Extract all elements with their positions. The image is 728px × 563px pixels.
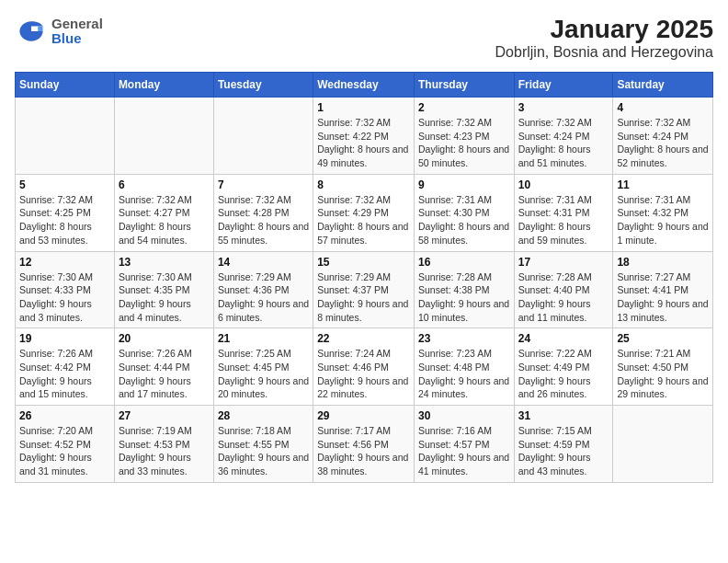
calendar-cell: 24Sunrise: 7:22 AM Sunset: 4:49 PM Dayli… <box>514 328 613 406</box>
calendar-cell <box>114 98 213 175</box>
calendar-cell: 19Sunrise: 7:26 AM Sunset: 4:42 PM Dayli… <box>16 328 115 406</box>
day-number: 23 <box>418 332 510 345</box>
day-number: 26 <box>19 409 110 422</box>
day-number: 21 <box>218 332 309 345</box>
calendar-cell <box>613 406 713 483</box>
calendar-cell: 12Sunrise: 7:30 AM Sunset: 4:33 PM Dayli… <box>16 251 115 328</box>
day-number: 15 <box>317 256 410 269</box>
week-row-5: 26Sunrise: 7:20 AM Sunset: 4:52 PM Dayli… <box>16 406 713 483</box>
day-number: 8 <box>317 178 410 191</box>
week-row-4: 19Sunrise: 7:26 AM Sunset: 4:42 PM Dayli… <box>16 328 713 406</box>
day-number: 27 <box>119 409 210 422</box>
logo-icon <box>15 15 48 48</box>
calendar-cell: 10Sunrise: 7:31 AM Sunset: 4:31 PM Dayli… <box>514 174 613 251</box>
weekday-header-tuesday: Tuesday <box>213 73 313 98</box>
calendar-cell: 15Sunrise: 7:29 AM Sunset: 4:37 PM Dayli… <box>313 251 415 328</box>
calendar-cell: 5Sunrise: 7:32 AM Sunset: 4:25 PM Daylig… <box>16 174 115 251</box>
day-number: 13 <box>119 256 210 269</box>
calendar-cell: 8Sunrise: 7:32 AM Sunset: 4:29 PM Daylig… <box>313 174 415 251</box>
day-info: Sunrise: 7:31 AM Sunset: 4:30 PM Dayligh… <box>418 193 510 247</box>
weekday-header-sunday: Sunday <box>16 73 115 98</box>
day-info: Sunrise: 7:26 AM Sunset: 4:42 PM Dayligh… <box>19 347 110 401</box>
day-number: 22 <box>317 332 410 345</box>
day-number: 2 <box>418 101 510 114</box>
calendar-cell: 21Sunrise: 7:25 AM Sunset: 4:45 PM Dayli… <box>213 328 313 406</box>
day-number: 28 <box>218 409 309 422</box>
day-info: Sunrise: 7:27 AM Sunset: 4:41 PM Dayligh… <box>617 270 709 325</box>
calendar-cell: 30Sunrise: 7:16 AM Sunset: 4:57 PM Dayli… <box>414 406 514 483</box>
day-number: 16 <box>418 256 510 269</box>
calendar-cell: 1Sunrise: 7:32 AM Sunset: 4:22 PM Daylig… <box>313 98 415 175</box>
weekday-header-saturday: Saturday <box>613 73 713 98</box>
day-info: Sunrise: 7:29 AM Sunset: 4:36 PM Dayligh… <box>218 270 309 325</box>
calendar-cell: 4Sunrise: 7:32 AM Sunset: 4:24 PM Daylig… <box>613 98 713 175</box>
day-number: 25 <box>617 332 709 345</box>
weekday-header-wednesday: Wednesday <box>313 73 415 98</box>
day-info: Sunrise: 7:28 AM Sunset: 4:40 PM Dayligh… <box>518 270 609 325</box>
calendar-cell: 18Sunrise: 7:27 AM Sunset: 4:41 PM Dayli… <box>613 251 713 328</box>
day-number: 14 <box>218 256 309 269</box>
day-info: Sunrise: 7:31 AM Sunset: 4:31 PM Dayligh… <box>518 193 609 247</box>
calendar-cell: 22Sunrise: 7:24 AM Sunset: 4:46 PM Dayli… <box>313 328 415 406</box>
day-info: Sunrise: 7:30 AM Sunset: 4:33 PM Dayligh… <box>19 270 110 325</box>
day-info: Sunrise: 7:29 AM Sunset: 4:37 PM Dayligh… <box>317 270 410 325</box>
calendar-cell: 16Sunrise: 7:28 AM Sunset: 4:38 PM Dayli… <box>414 251 514 328</box>
day-info: Sunrise: 7:19 AM Sunset: 4:53 PM Dayligh… <box>119 424 210 478</box>
day-info: Sunrise: 7:23 AM Sunset: 4:48 PM Dayligh… <box>418 347 510 401</box>
day-number: 17 <box>518 256 609 269</box>
calendar-cell: 13Sunrise: 7:30 AM Sunset: 4:35 PM Dayli… <box>114 251 213 328</box>
day-number: 12 <box>19 256 110 269</box>
day-info: Sunrise: 7:18 AM Sunset: 4:55 PM Dayligh… <box>218 424 309 478</box>
day-info: Sunrise: 7:25 AM Sunset: 4:45 PM Dayligh… <box>218 347 309 401</box>
calendar-cell: 23Sunrise: 7:23 AM Sunset: 4:48 PM Dayli… <box>414 328 514 406</box>
day-info: Sunrise: 7:20 AM Sunset: 4:52 PM Dayligh… <box>19 424 110 478</box>
calendar-subtitle: Dobrljin, Bosnia and Herzegovina <box>495 44 713 61</box>
day-info: Sunrise: 7:15 AM Sunset: 4:59 PM Dayligh… <box>518 424 609 478</box>
day-info: Sunrise: 7:32 AM Sunset: 4:23 PM Dayligh… <box>418 116 510 170</box>
day-info: Sunrise: 7:28 AM Sunset: 4:38 PM Dayligh… <box>418 270 510 325</box>
logo-general: General <box>51 17 103 32</box>
logo-blue: Blue <box>51 31 103 47</box>
day-info: Sunrise: 7:17 AM Sunset: 4:56 PM Dayligh… <box>317 424 410 478</box>
week-row-2: 5Sunrise: 7:32 AM Sunset: 4:25 PM Daylig… <box>16 174 713 251</box>
weekday-header-friday: Friday <box>514 73 613 98</box>
day-number: 24 <box>518 332 609 345</box>
day-info: Sunrise: 7:32 AM Sunset: 4:29 PM Dayligh… <box>317 193 410 247</box>
day-info: Sunrise: 7:26 AM Sunset: 4:44 PM Dayligh… <box>119 347 210 401</box>
title-block: January 2025 Dobrljin, Bosnia and Herzeg… <box>495 15 713 61</box>
calendar-cell: 2Sunrise: 7:32 AM Sunset: 4:23 PM Daylig… <box>414 98 514 175</box>
calendar-cell: 6Sunrise: 7:32 AM Sunset: 4:27 PM Daylig… <box>114 174 213 251</box>
day-number: 29 <box>317 409 410 422</box>
calendar-cell: 11Sunrise: 7:31 AM Sunset: 4:32 PM Dayli… <box>613 174 713 251</box>
day-info: Sunrise: 7:32 AM Sunset: 4:22 PM Dayligh… <box>317 116 410 170</box>
day-number: 10 <box>518 178 609 191</box>
calendar-cell <box>213 98 313 175</box>
calendar-cell: 28Sunrise: 7:18 AM Sunset: 4:55 PM Dayli… <box>213 406 313 483</box>
calendar-cell: 25Sunrise: 7:21 AM Sunset: 4:50 PM Dayli… <box>613 328 713 406</box>
page-header: General Blue January 2025 Dobrljin, Bosn… <box>15 15 713 61</box>
day-info: Sunrise: 7:32 AM Sunset: 4:27 PM Dayligh… <box>119 193 210 247</box>
weekday-header-monday: Monday <box>114 73 213 98</box>
day-info: Sunrise: 7:24 AM Sunset: 4:46 PM Dayligh… <box>317 347 410 401</box>
calendar-title: January 2025 <box>495 15 713 44</box>
week-row-3: 12Sunrise: 7:30 AM Sunset: 4:33 PM Dayli… <box>16 251 713 328</box>
day-number: 30 <box>418 409 510 422</box>
calendar-cell: 20Sunrise: 7:26 AM Sunset: 4:44 PM Dayli… <box>114 328 213 406</box>
day-info: Sunrise: 7:32 AM Sunset: 4:25 PM Dayligh… <box>19 193 110 247</box>
day-number: 18 <box>617 256 709 269</box>
weekday-header-row: SundayMondayTuesdayWednesdayThursdayFrid… <box>16 73 713 98</box>
weekday-header-thursday: Thursday <box>414 73 514 98</box>
day-info: Sunrise: 7:32 AM Sunset: 4:24 PM Dayligh… <box>518 116 609 170</box>
calendar-cell: 7Sunrise: 7:32 AM Sunset: 4:28 PM Daylig… <box>213 174 313 251</box>
day-info: Sunrise: 7:16 AM Sunset: 4:57 PM Dayligh… <box>418 424 510 478</box>
day-number: 11 <box>617 178 709 191</box>
day-number: 9 <box>418 178 510 191</box>
day-number: 1 <box>317 101 410 114</box>
week-row-1: 1Sunrise: 7:32 AM Sunset: 4:22 PM Daylig… <box>16 98 713 175</box>
logo-text: General Blue <box>51 17 103 47</box>
logo: General Blue <box>15 15 103 48</box>
day-number: 7 <box>218 178 309 191</box>
day-number: 5 <box>19 178 110 191</box>
calendar-cell: 9Sunrise: 7:31 AM Sunset: 4:30 PM Daylig… <box>414 174 514 251</box>
calendar-table: SundayMondayTuesdayWednesdayThursdayFrid… <box>15 72 713 483</box>
